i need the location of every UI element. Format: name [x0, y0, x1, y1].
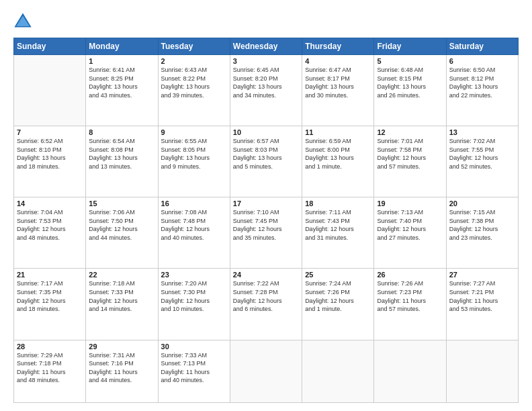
week-row-3: 14Sunrise: 7:04 AM Sunset: 7:53 PM Dayli… [14, 197, 519, 269]
calendar-cell: 8Sunrise: 6:54 AM Sunset: 8:08 PM Daylig… [86, 126, 158, 197]
logo-icon [13, 12, 32, 31]
calendar-cell: 7Sunrise: 6:52 AM Sunset: 8:10 PM Daylig… [14, 126, 86, 197]
day-number: 2 [161, 57, 227, 65]
day-number: 10 [233, 128, 299, 136]
cell-content: Sunrise: 7:10 AM Sunset: 7:45 PM Dayligh… [233, 208, 299, 242]
cell-content: Sunrise: 7:06 AM Sunset: 7:50 PM Dayligh… [89, 208, 154, 242]
cell-content: Sunrise: 7:26 AM Sunset: 7:23 PM Dayligh… [377, 279, 443, 313]
calendar-cell: 2Sunrise: 6:43 AM Sunset: 8:22 PM Daylig… [158, 55, 230, 126]
weekday-header-wednesday: Wednesday [230, 38, 302, 55]
logo [13, 12, 34, 31]
page: SundayMondayTuesdayWednesdayThursdayFrid… [0, 0, 532, 411]
cell-content: Sunrise: 6:45 AM Sunset: 8:20 PM Dayligh… [233, 66, 299, 99]
week-row-2: 7Sunrise: 6:52 AM Sunset: 8:10 PM Daylig… [14, 126, 519, 197]
cell-content: Sunrise: 6:50 AM Sunset: 8:12 PM Dayligh… [449, 66, 515, 99]
calendar-cell: 12Sunrise: 7:01 AM Sunset: 7:58 PM Dayli… [374, 126, 446, 197]
day-number: 16 [161, 199, 227, 208]
day-number: 20 [449, 199, 515, 208]
calendar-cell: 20Sunrise: 7:15 AM Sunset: 7:38 PM Dayli… [446, 197, 518, 269]
cell-content: Sunrise: 7:02 AM Sunset: 7:55 PM Dayligh… [449, 137, 515, 171]
cell-content: Sunrise: 6:54 AM Sunset: 8:08 PM Dayligh… [89, 137, 154, 171]
day-number: 6 [449, 57, 515, 65]
calendar-cell: 9Sunrise: 6:55 AM Sunset: 8:05 PM Daylig… [158, 126, 230, 197]
cell-content: Sunrise: 6:48 AM Sunset: 8:15 PM Dayligh… [377, 66, 443, 99]
day-number: 27 [449, 271, 515, 279]
day-number: 24 [233, 271, 299, 279]
day-number: 17 [233, 199, 299, 208]
cell-content: Sunrise: 7:18 AM Sunset: 7:33 PM Dayligh… [89, 279, 154, 313]
day-number: 18 [305, 199, 371, 208]
day-number: 28 [17, 342, 83, 351]
cell-content: Sunrise: 7:29 AM Sunset: 7:18 PM Dayligh… [17, 351, 83, 385]
day-number: 25 [305, 271, 371, 279]
calendar-cell: 25Sunrise: 7:24 AM Sunset: 7:26 PM Dayli… [302, 269, 374, 340]
day-number: 23 [161, 271, 227, 279]
week-row-4: 21Sunrise: 7:17 AM Sunset: 7:35 PM Dayli… [14, 269, 519, 340]
day-number: 29 [89, 342, 154, 351]
calendar: SundayMondayTuesdayWednesdayThursdayFrid… [13, 38, 519, 403]
cell-content: Sunrise: 7:22 AM Sunset: 7:28 PM Dayligh… [233, 279, 299, 313]
calendar-cell [14, 55, 86, 126]
cell-content: Sunrise: 7:13 AM Sunset: 7:40 PM Dayligh… [377, 208, 443, 242]
weekday-header-tuesday: Tuesday [158, 38, 230, 55]
day-number: 22 [89, 271, 154, 279]
calendar-cell: 15Sunrise: 7:06 AM Sunset: 7:50 PM Dayli… [86, 197, 158, 269]
calendar-cell: 16Sunrise: 7:08 AM Sunset: 7:48 PM Dayli… [158, 197, 230, 269]
cell-content: Sunrise: 6:47 AM Sunset: 8:17 PM Dayligh… [305, 66, 371, 99]
calendar-cell: 17Sunrise: 7:10 AM Sunset: 7:45 PM Dayli… [230, 197, 302, 269]
day-number: 1 [89, 57, 154, 65]
weekday-header-saturday: Saturday [446, 38, 518, 55]
day-number: 8 [89, 128, 154, 136]
calendar-cell: 3Sunrise: 6:45 AM Sunset: 8:20 PM Daylig… [230, 55, 302, 126]
calendar-cell: 5Sunrise: 6:48 AM Sunset: 8:15 PM Daylig… [374, 55, 446, 126]
cell-content: Sunrise: 6:43 AM Sunset: 8:22 PM Dayligh… [161, 66, 227, 99]
weekday-header-thursday: Thursday [302, 38, 374, 55]
calendar-cell: 10Sunrise: 6:57 AM Sunset: 8:03 PM Dayli… [230, 126, 302, 197]
calendar-cell [302, 340, 374, 402]
cell-content: Sunrise: 7:27 AM Sunset: 7:21 PM Dayligh… [449, 279, 515, 313]
cell-content: Sunrise: 6:59 AM Sunset: 8:00 PM Dayligh… [305, 137, 371, 171]
calendar-cell: 19Sunrise: 7:13 AM Sunset: 7:40 PM Dayli… [374, 197, 446, 269]
cell-content: Sunrise: 7:01 AM Sunset: 7:58 PM Dayligh… [377, 137, 443, 171]
calendar-cell: 4Sunrise: 6:47 AM Sunset: 8:17 PM Daylig… [302, 55, 374, 126]
calendar-cell: 18Sunrise: 7:11 AM Sunset: 7:43 PM Dayli… [302, 197, 374, 269]
day-number: 3 [233, 57, 299, 65]
week-row-5: 28Sunrise: 7:29 AM Sunset: 7:18 PM Dayli… [14, 340, 519, 402]
day-number: 9 [161, 128, 227, 136]
calendar-cell [230, 340, 302, 402]
calendar-cell [374, 340, 446, 402]
day-number: 26 [377, 271, 443, 279]
calendar-cell: 21Sunrise: 7:17 AM Sunset: 7:35 PM Dayli… [14, 269, 86, 340]
calendar-cell [446, 340, 518, 402]
day-number: 7 [17, 128, 83, 136]
cell-content: Sunrise: 7:33 AM Sunset: 7:13 PM Dayligh… [161, 351, 227, 385]
cell-content: Sunrise: 7:24 AM Sunset: 7:26 PM Dayligh… [305, 279, 371, 313]
week-row-1: 1Sunrise: 6:41 AM Sunset: 8:25 PM Daylig… [14, 55, 519, 126]
calendar-cell: 26Sunrise: 7:26 AM Sunset: 7:23 PM Dayli… [374, 269, 446, 340]
cell-content: Sunrise: 6:52 AM Sunset: 8:10 PM Dayligh… [17, 137, 83, 171]
calendar-cell: 22Sunrise: 7:18 AM Sunset: 7:33 PM Dayli… [86, 269, 158, 340]
header [13, 12, 519, 31]
day-number: 5 [377, 57, 443, 65]
cell-content: Sunrise: 7:17 AM Sunset: 7:35 PM Dayligh… [17, 279, 83, 313]
weekday-header-monday: Monday [86, 38, 158, 55]
day-number: 11 [305, 128, 371, 136]
day-number: 21 [17, 271, 83, 279]
cell-content: Sunrise: 6:55 AM Sunset: 8:05 PM Dayligh… [161, 137, 227, 171]
calendar-cell: 29Sunrise: 7:31 AM Sunset: 7:16 PM Dayli… [86, 340, 158, 402]
calendar-cell: 24Sunrise: 7:22 AM Sunset: 7:28 PM Dayli… [230, 269, 302, 340]
calendar-cell: 27Sunrise: 7:27 AM Sunset: 7:21 PM Dayli… [446, 269, 518, 340]
cell-content: Sunrise: 7:31 AM Sunset: 7:16 PM Dayligh… [89, 351, 154, 385]
calendar-cell: 1Sunrise: 6:41 AM Sunset: 8:25 PM Daylig… [86, 55, 158, 126]
calendar-cell: 11Sunrise: 6:59 AM Sunset: 8:00 PM Dayli… [302, 126, 374, 197]
weekday-header-row: SundayMondayTuesdayWednesdayThursdayFrid… [14, 38, 519, 55]
calendar-cell: 13Sunrise: 7:02 AM Sunset: 7:55 PM Dayli… [446, 126, 518, 197]
day-number: 13 [449, 128, 515, 136]
calendar-cell: 23Sunrise: 7:20 AM Sunset: 7:30 PM Dayli… [158, 269, 230, 340]
day-number: 15 [89, 199, 154, 208]
calendar-cell: 14Sunrise: 7:04 AM Sunset: 7:53 PM Dayli… [14, 197, 86, 269]
weekday-header-friday: Friday [374, 38, 446, 55]
day-number: 12 [377, 128, 443, 136]
cell-content: Sunrise: 7:04 AM Sunset: 7:53 PM Dayligh… [17, 208, 83, 242]
day-number: 4 [305, 57, 371, 65]
